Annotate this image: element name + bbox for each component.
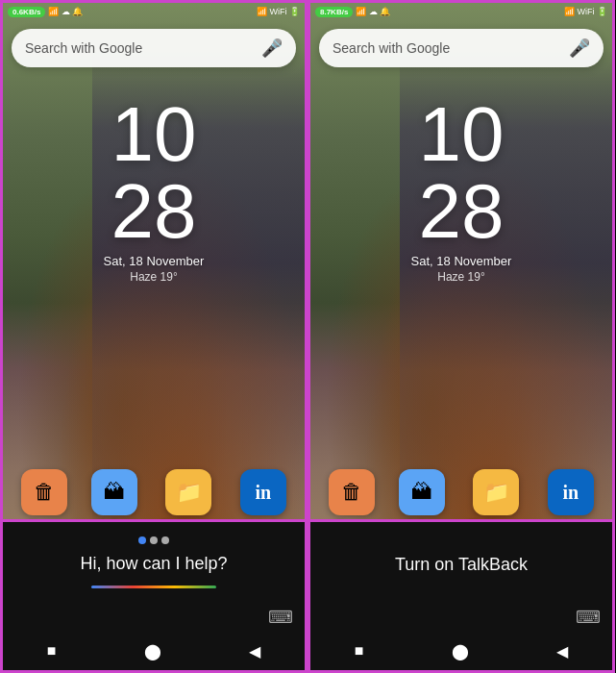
- assistant-message-left: Hi, how can I help?: [80, 554, 227, 574]
- status-left-right: 8.7KB/s 📶 ☁ 🔔: [315, 7, 390, 17]
- clock-weather-left: Haze 19°: [130, 270, 178, 284]
- keyboard-icon-right[interactable]: ⌨: [576, 607, 601, 628]
- left-phone-screen: 0.6KB/s 📶 ☁ 🔔 📶 WiFi 🔋 Search with Googl…: [0, 0, 308, 673]
- status-right-right: 📶 WiFi 🔋: [564, 7, 607, 16]
- keyboard-row-right: ⌨: [310, 607, 612, 632]
- clock-area-left: 10 28 Sat, 18 November Haze 19°: [0, 96, 308, 284]
- assistant-content-left: Hi, how can I help?: [3, 522, 305, 607]
- signal-icons-left: 📶 WiFi 🔋: [257, 7, 300, 16]
- status-icons-left: 📶 ☁ 🔔: [48, 7, 83, 16]
- cleaner-icon-right: 🗑: [329, 469, 375, 515]
- keyboard-icon-left[interactable]: ⌨: [268, 607, 293, 628]
- search-bar-right[interactable]: Search with Google 🎤: [319, 29, 604, 67]
- dot-gray2: [161, 536, 169, 544]
- right-phone-screen: 8.7KB/s 📶 ☁ 🔔 📶 WiFi 🔋 Search with Googl…: [308, 0, 615, 673]
- clock-weather-right: Haze 19°: [437, 270, 485, 284]
- keyboard-row-left: ⌨: [3, 607, 305, 632]
- nav-circle-left[interactable]: ⬤: [144, 642, 161, 661]
- clock-minute-right: 28: [419, 173, 505, 250]
- filemanager-icon-left: 📁: [165, 469, 211, 515]
- search-bar-left[interactable]: Search with Google 🎤: [12, 29, 296, 67]
- talkback-message-right: Turn on TalkBack: [395, 555, 528, 575]
- assistant-dots-left: [138, 536, 169, 544]
- status-left: 0.6KB/s 📶 ☁ 🔔: [8, 7, 83, 17]
- status-right-left: 📶 WiFi 🔋: [257, 7, 300, 16]
- cleaner-icon-left: 🗑: [21, 469, 67, 515]
- search-text-left: Search with Google: [25, 40, 261, 56]
- filemanager-icon-right: 📁: [473, 469, 519, 515]
- signal-icons-right: 📶 WiFi 🔋: [564, 7, 607, 16]
- mic-icon-left[interactable]: 🎤: [261, 37, 283, 59]
- nav-square-left[interactable]: ■: [47, 642, 57, 660]
- dot-gray1: [150, 536, 158, 544]
- clock-date-left: Sat, 18 November: [104, 254, 205, 268]
- talkback-content-right: Turn on TalkBack: [310, 522, 612, 607]
- dot-blue: [138, 536, 146, 544]
- nav-bar-left: ■ ⬤ ◀: [3, 632, 305, 670]
- google-color-bar: [91, 586, 216, 588]
- status-bar-left: 0.6KB/s 📶 ☁ 🔔 📶 WiFi 🔋: [0, 0, 308, 23]
- talkback-panel-right: Turn on TalkBack ⌨ ■ ⬤ ◀: [308, 519, 615, 673]
- clock-date-right: Sat, 18 November: [411, 254, 512, 268]
- nav-square-right[interactable]: ■: [355, 642, 364, 660]
- nav-back-right[interactable]: ◀: [556, 642, 568, 661]
- clock-minute-left: 28: [111, 173, 197, 250]
- nav-circle-right[interactable]: ⬤: [452, 642, 469, 661]
- network-pill-right: 8.7KB/s: [315, 7, 353, 17]
- assistant-panel-left: Hi, how can I help? ⌨ ■ ⬤ ◀: [0, 519, 308, 673]
- linkedin-icon-left: in: [240, 469, 286, 515]
- status-bar-right: 8.7KB/s 📶 ☁ 🔔 📶 WiFi 🔋: [308, 0, 615, 23]
- network-pill-left: 0.6KB/s: [8, 7, 45, 17]
- linkedin-icon-right: in: [548, 469, 594, 515]
- clock-area-right: 10 28 Sat, 18 November Haze 19°: [308, 96, 615, 284]
- search-text-right: Search with Google: [333, 40, 569, 56]
- nav-back-left[interactable]: ◀: [249, 642, 260, 661]
- clock-hour-right: 10: [419, 96, 505, 173]
- mic-icon-right[interactable]: 🎤: [569, 37, 590, 59]
- gallery-icon-right: 🏔: [399, 469, 445, 515]
- gallery-icon-left: 🏔: [91, 469, 137, 515]
- nav-bar-right: ■ ⬤ ◀: [310, 632, 612, 670]
- clock-hour-left: 10: [111, 96, 197, 173]
- status-icons-right: 📶 ☁ 🔔: [356, 7, 390, 16]
